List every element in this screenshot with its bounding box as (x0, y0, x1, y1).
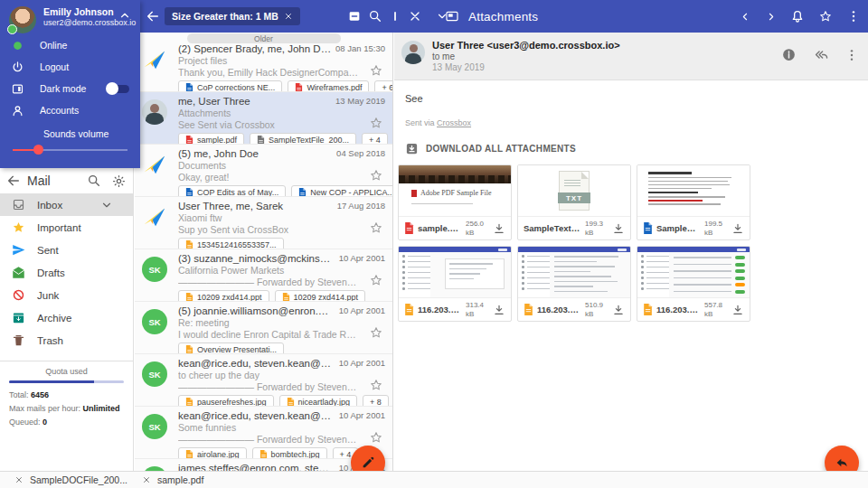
star-icon[interactable] (369, 168, 383, 183)
attachment-chip[interactable]: 1534512416553357... (178, 238, 284, 249)
download-all-button[interactable]: DOWNLOAD ALL ATTACHMENTS (405, 142, 576, 155)
more-attachments-chip[interactable]: + 8 (363, 395, 389, 407)
mini-nav-row (402, 271, 433, 274)
bottom-tab[interactable]: sample.pdf (142, 474, 203, 485)
older-separator[interactable]: Older (187, 33, 341, 43)
filter-bar-icon[interactable] (389, 10, 401, 23)
star-icon[interactable] (369, 221, 383, 235)
clear-filter-icon[interactable] (408, 9, 422, 23)
email-date: 10 Apr 2001 (339, 358, 385, 368)
email-senders: me, User Three (178, 96, 332, 107)
prev-message-icon[interactable] (740, 11, 751, 23)
email-row[interactable]: SK10 Apr 2001(5) joannie.williamson@enro… (135, 302, 392, 354)
attachment-card[interactable]: 116.203.63.82_5...557.8 kB (637, 246, 750, 322)
attachment-chip[interactable]: bombtech.jpg (252, 447, 327, 459)
download-icon[interactable] (612, 304, 625, 316)
close-icon[interactable] (14, 475, 24, 484)
sidebar-item-inbox[interactable]: Inbox (0, 193, 133, 216)
pdf-file-icon (404, 222, 414, 234)
chevron-up-icon[interactable] (118, 9, 131, 22)
star-icon[interactable] (369, 273, 383, 287)
sidebar-item-important[interactable]: Important (0, 216, 133, 239)
list-back-button[interactable] (141, 0, 165, 33)
search-icon[interactable] (368, 9, 382, 23)
attachment-chip[interactable]: 10209 zxd414.ppt (178, 290, 269, 302)
attachment-chip[interactable]: pauserefreshes.jpg (178, 395, 274, 407)
sidebar-item-archive[interactable]: Archive (0, 306, 133, 329)
star-message-icon[interactable] (818, 9, 833, 23)
filter-chip[interactable]: Size Greater than: 1 MB (165, 7, 300, 25)
email-row[interactable]: 04 Sep 2018(5) me, John DoeDocumentsOkay… (135, 145, 392, 197)
sidebar-item-sent[interactable]: Sent (0, 239, 133, 261)
attachment-chip[interactable]: COP Edits as of May... (178, 185, 286, 197)
slider-thumb[interactable] (33, 145, 43, 155)
attachment-card[interactable]: SampleDOCFile_...199.5 kB (637, 164, 750, 240)
next-message-icon[interactable] (765, 11, 777, 23)
dark-mode-toggle[interactable] (108, 85, 129, 93)
star-icon[interactable] (369, 378, 383, 392)
attachment-chip[interactable]: 10209 zxd414.ppt (275, 290, 366, 302)
menu-item-online[interactable]: Online (0, 34, 140, 56)
reply-all-icon[interactable] (813, 47, 828, 62)
close-icon[interactable] (284, 12, 293, 21)
message-to[interactable]: to me (432, 52, 455, 61)
bottom-tab[interactable]: SampleDOCFile_200... (14, 474, 127, 485)
select-all-icon[interactable] (347, 9, 362, 23)
more-attachments-chip[interactable]: + 4 (362, 133, 388, 145)
attachment-card[interactable]: TXTSampleTextFile_20...199.3 kB (517, 164, 631, 240)
sidebar-item-trash[interactable]: Trash (0, 329, 133, 352)
download-icon[interactable] (612, 222, 625, 235)
email-row[interactable]: 17 Aug 2018User Three, me, SarekXiaomi f… (135, 197, 392, 249)
attachment-chip[interactable]: SampleTextFile_200... (250, 133, 356, 145)
menu-item-logout[interactable]: Logout (0, 56, 140, 78)
settings-gear-icon[interactable] (112, 174, 126, 188)
notifications-icon[interactable] (790, 9, 805, 23)
volume-slider[interactable] (13, 145, 127, 155)
download-icon[interactable] (493, 222, 505, 235)
more-options-icon[interactable] (846, 9, 861, 23)
message-more-icon[interactable] (844, 48, 859, 62)
close-icon[interactable] (142, 475, 151, 484)
attachment-chip[interactable]: Wireframes.pdf (288, 80, 369, 92)
sidebar-back-icon[interactable] (0, 174, 27, 188)
sidebar-item-drafts[interactable]: Drafts (0, 261, 133, 284)
star-icon[interactable] (369, 430, 383, 445)
attachment-chip[interactable]: airolane.jpg (178, 447, 247, 459)
attachment-chips: 1534512416553357... (178, 238, 385, 249)
chevron-down-icon[interactable] (99, 199, 114, 211)
chip-label: niceartlady.jpg (298, 398, 350, 407)
chip-label: 10209 zxd414.ppt (294, 293, 359, 302)
mini-line (554, 281, 618, 283)
star-icon[interactable] (369, 325, 383, 340)
attachment-footer: SampleTextFile_20...199.3 kB (518, 217, 630, 239)
download-icon[interactable] (493, 304, 505, 316)
folder-search-icon[interactable] (87, 174, 101, 188)
account-header[interactable]: Emilly Johnson user2@demo.crossbox.io (0, 0, 140, 34)
download-icon[interactable] (731, 304, 744, 316)
attachment-chip[interactable]: niceartlady.jpg (279, 395, 357, 407)
attachment-chip[interactable]: New COP - APPLICA... (291, 185, 392, 197)
reading-panel: User Three <user3@demo.crossbox.io> to m… (394, 33, 868, 472)
attachment-chip[interactable]: CoP corrections NE... (178, 80, 282, 92)
menu-item-accounts[interactable]: Accounts (0, 99, 140, 121)
attachment-card[interactable]: 116.203.63.82_5...313.4 kB (398, 246, 512, 322)
attachment-chip[interactable]: Overview Presentati... (178, 343, 284, 354)
download-icon[interactable] (731, 222, 744, 235)
star-icon[interactable] (369, 63, 383, 78)
attachment-chip[interactable]: sample.pdf (178, 133, 244, 145)
attachment-card[interactable]: 116.203.63.82_5...510.9 kB (517, 246, 631, 322)
email-row[interactable]: 13 May 2019me, User ThreeAttachmentsSee … (135, 92, 392, 145)
email-row[interactable]: SK10 Apr 2001kean@rice.edu, steven.kean@… (135, 354, 392, 407)
crossbox-link[interactable]: Crossbox (437, 118, 471, 127)
menu-item-dark-mode[interactable]: Dark mode (0, 78, 140, 99)
more-attachments-chip[interactable]: + 6 (374, 80, 392, 92)
info-icon[interactable] (781, 47, 797, 62)
attachment-chips: Overview Presentati... (178, 343, 385, 354)
attachment-chips: pauserefreshes.jpgniceartlady.jpg+ 8 (178, 395, 385, 407)
sidebar-item-junk[interactable]: Junk (0, 284, 133, 306)
text-line (648, 196, 725, 198)
screenshot-preview (637, 247, 750, 297)
star-icon[interactable] (369, 116, 383, 130)
attachment-card[interactable]: Adobe PDF Sample Filesample.pdf256.0 kB (398, 164, 512, 240)
email-row[interactable]: SK10 Apr 2001(3) suzanne_nimocks@mckinse… (135, 249, 392, 302)
